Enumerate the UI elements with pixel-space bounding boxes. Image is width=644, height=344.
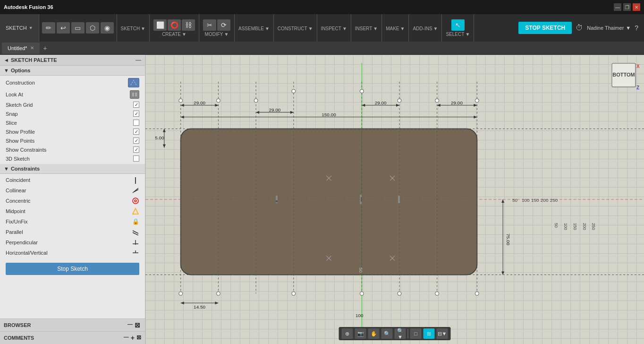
show-profile-label: Show Profile [6, 129, 35, 135]
tab-close-icon[interactable]: ✕ [30, 45, 34, 51]
comments-expand-icon[interactable]: + [131, 334, 135, 342]
option-show-profile[interactable]: Show Profile [0, 127, 145, 136]
camera-button[interactable]: 📷 [355, 328, 366, 339]
pan-button[interactable]: ✋ [368, 328, 380, 339]
stop-sketch-toolbar-button[interactable]: STOP SKETCH [518, 22, 572, 34]
toolbar-group-addins[interactable]: ADD-INS ▼ [409, 14, 442, 42]
panel-collapse-icon[interactable]: ◄ [4, 57, 9, 63]
sketch-icon-4[interactable]: ⬡ [86, 22, 99, 34]
option-show-points[interactable]: Show Points [0, 136, 145, 145]
snap-checkbox[interactable] [133, 111, 139, 117]
create-icon-2[interactable]: ⭕ [168, 19, 181, 31]
toolbar-group-make[interactable]: MAKE ▼ [382, 14, 409, 42]
show-constraints-checkbox[interactable] [133, 146, 139, 153]
create-icon-3[interactable]: ⛓ [182, 19, 195, 31]
svg-marker-6 [133, 208, 138, 214]
browser-title: BROWSER [4, 322, 31, 328]
sketch-icon-2[interactable]: ↩ [57, 22, 70, 34]
app-logo: Autodesk Fusion 36 [4, 4, 53, 10]
zoom-button[interactable]: 🔍 [381, 328, 393, 339]
option-snap[interactable]: Snap [0, 109, 145, 118]
stop-sketch-container: Stop Sketch [0, 259, 145, 279]
horizontal-vertical-label: Horizontal/Vertical [6, 250, 48, 256]
show-profile-checkbox[interactable] [133, 129, 139, 135]
3d-sketch-checkbox[interactable] [133, 155, 139, 162]
sketch-palette-panel: ◄ SKETCH PALETTE — ▼ Options Constructio… [0, 55, 145, 344]
view-home-button[interactable]: ⊕ [342, 328, 353, 339]
orientation-cube[interactable]: BOTTOM X Z [607, 59, 640, 92]
toolbar-group-sketch[interactable]: SKETCH ▼ [117, 14, 150, 42]
sketch-icon-3[interactable]: ▭ [71, 22, 85, 34]
constraint-fix-unfix[interactable]: Fix/UnFix 🔒 [0, 216, 145, 227]
restore-button[interactable]: ❐ [623, 3, 631, 11]
comments-minus-icon[interactable]: — [124, 334, 129, 342]
toolbar-group-create[interactable]: ⬜ ⭕ ⛓ CREATE ▼ [150, 14, 199, 42]
sketch-grid-checkbox[interactable] [133, 102, 139, 108]
browser-header[interactable]: BROWSER — ⊠ [0, 319, 145, 331]
show-points-checkbox[interactable] [133, 138, 139, 144]
constraint-collinear[interactable]: Collinear [0, 185, 145, 196]
constraint-midpoint[interactable]: Midpoint [0, 206, 145, 216]
option-sketch-grid[interactable]: Sketch Grid [0, 100, 145, 109]
look-at-icon[interactable] [130, 90, 139, 99]
close-button[interactable]: ✕ [633, 3, 640, 11]
modify-icon-2[interactable]: ⟳ [217, 19, 230, 31]
option-show-constraints[interactable]: Show Constraints [0, 145, 145, 154]
look-at-label: Look At [6, 92, 23, 97]
help-icon[interactable]: ? [635, 24, 638, 32]
grid-display-button[interactable]: ⊞ [424, 328, 435, 339]
modify-icon-1[interactable]: ✂ [203, 19, 216, 31]
canvas-area[interactable]: 29.00 29.00 29.00 29.00 5.00 [145, 55, 644, 344]
slice-checkbox[interactable] [133, 120, 139, 126]
comments-pin-icon[interactable]: ⊠ [136, 334, 141, 342]
stop-sketch-button[interactable]: Stop Sketch [6, 263, 139, 275]
history-icon[interactable]: ⏱ [576, 24, 583, 32]
create-icon-1[interactable]: ⬜ [153, 19, 167, 31]
comments-header[interactable]: COMMENTS — + ⊠ [0, 332, 145, 344]
toolbar-group-insert[interactable]: INSERT ▼ [351, 14, 382, 42]
sketch-icon-1[interactable]: ✏ [42, 22, 55, 34]
panel-title: SKETCH PALETTE [11, 57, 57, 63]
toolbar-group-assemble[interactable]: ASSEMBLE ▼ [235, 14, 274, 42]
toolbar-group-inspect[interactable]: INSPECT ▼ [317, 14, 351, 42]
model-button[interactable]: sketch ▼ [0, 14, 39, 42]
option-3d-sketch[interactable]: 3D Sketch [0, 154, 145, 163]
panel-minus-icon[interactable]: — [136, 57, 141, 63]
tab-add-icon[interactable]: + [41, 44, 50, 52]
browser-minus-icon[interactable]: — [127, 321, 133, 329]
minimize-button[interactable]: — [614, 3, 621, 11]
construction-button[interactable] [128, 78, 139, 87]
constraint-parallel[interactable]: Parallel [0, 227, 145, 237]
perpendicular-icon [132, 239, 139, 246]
tab-label: Untitled* [8, 45, 27, 51]
toolbar: sketch ▼ ✏ ↩ ▭ ⬡ ◉ SKETCH ▼ ⬜ ⭕ ⛓ CREATE… [0, 14, 644, 42]
browser-expand-icon[interactable]: ⊠ [135, 321, 141, 329]
svg-point-5 [135, 200, 136, 202]
user-label: Nadine Thaimer ▼ [587, 25, 631, 31]
display-mode-button[interactable]: □ [410, 328, 422, 339]
constraint-coincident[interactable]: Coincident | [0, 175, 145, 185]
toolbar-right: STOP SKETCH ⏱ Nadine Thaimer ▼ ? [513, 14, 644, 42]
option-slice[interactable]: Slice [0, 118, 145, 127]
toolbar-groups: SKETCH ▼ ⬜ ⭕ ⛓ CREATE ▼ ✂ ⟳ MODIFY ▼ ASS… [117, 14, 513, 42]
option-look-at[interactable]: Look At [0, 89, 145, 100]
constraint-horizontal-vertical[interactable]: Horizontal/Vertical [0, 248, 145, 258]
display-options-button[interactable]: ⊟▼ [437, 328, 448, 339]
options-section-title[interactable]: ▼ Options [0, 66, 145, 76]
constraint-concentric[interactable]: Concentric [0, 196, 145, 206]
constraints-section-title[interactable]: ▼ Constraints [0, 164, 145, 174]
horizontal-vertical-icon [132, 249, 139, 257]
sketch-icon-5[interactable]: ◉ [101, 22, 114, 34]
comments-title: COMMENTS [4, 335, 34, 341]
titlebar: Autodesk Fusion 36 — ❐ ✕ [0, 0, 644, 14]
show-points-label: Show Points [6, 138, 34, 144]
tab-untitled[interactable]: Untitled* ✕ [2, 43, 40, 54]
toolbar-group-select[interactable]: ↖ SELECT ▼ [442, 14, 474, 42]
zoom-dropdown-button[interactable]: 🔍▼ [395, 328, 406, 339]
constraint-perpendicular[interactable]: Perpendicular [0, 237, 145, 248]
option-construction[interactable]: Construction [0, 77, 145, 89]
toolbar-group-construct[interactable]: CONSTRUCT ▼ [274, 14, 317, 42]
toolbar-group-modify[interactable]: ✂ ⟳ MODIFY ▼ [199, 14, 235, 42]
select-icon[interactable]: ↖ [451, 19, 465, 31]
coincident-icon: | [132, 176, 139, 184]
